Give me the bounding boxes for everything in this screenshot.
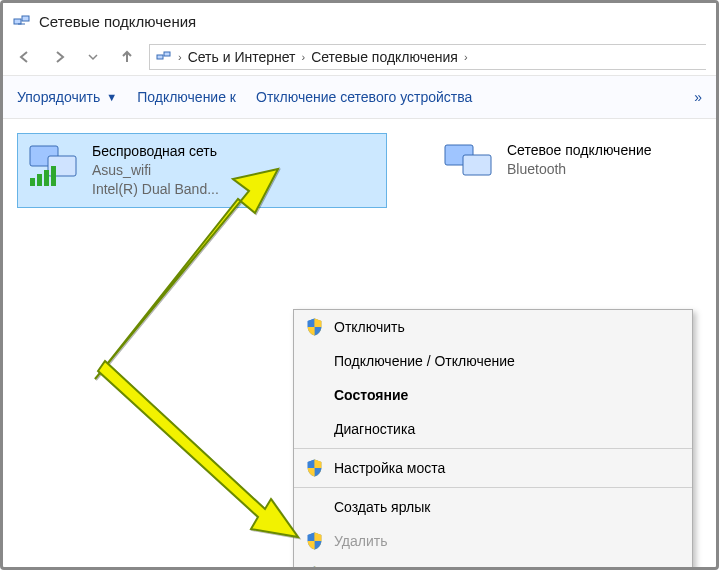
nav-recent-chevron-icon[interactable] xyxy=(81,45,105,69)
address-bar[interactable]: › Сеть и Интернет › Сетевые подключения … xyxy=(149,44,706,70)
chevron-right-icon: › xyxy=(178,51,182,63)
shield-icon xyxy=(302,531,326,551)
nav-back-button[interactable] xyxy=(13,45,37,69)
command-bar: Упорядочить▼ Подключение к Отключение се… xyxy=(3,75,716,119)
menu-item-label: Подключение / Отключение xyxy=(334,353,515,369)
content-area: Беспроводная сеть Asus_wifi Intel(R) Dua… xyxy=(3,119,716,567)
svg-rect-10 xyxy=(51,166,56,186)
overflow-button[interactable]: » xyxy=(694,89,702,105)
svg-rect-7 xyxy=(30,178,35,186)
menu-item-label: Удалить xyxy=(334,533,387,549)
svg-rect-3 xyxy=(157,55,163,59)
adapter-device: Intel(R) Dual Band... xyxy=(92,180,219,199)
menu-item-label: Состояние xyxy=(334,387,408,403)
menu-item[interactable]: Настройка моста xyxy=(294,451,692,485)
menu-item[interactable]: Отключить xyxy=(294,310,692,344)
breadcrumb-leaf[interactable]: Сетевые подключения xyxy=(311,49,458,65)
chevron-down-icon: ▼ xyxy=(106,91,117,103)
chevron-right-icon: › xyxy=(302,51,306,63)
shield-icon xyxy=(302,317,326,337)
menu-separator xyxy=(294,487,692,488)
adapter-bluetooth[interactable]: Сетевое подключение Bluetooth xyxy=(433,133,713,200)
menu-item[interactable]: Состояние xyxy=(294,378,692,412)
menu-item: Удалить xyxy=(294,524,692,558)
organize-menu[interactable]: Упорядочить▼ xyxy=(17,89,117,105)
nav-forward-button[interactable] xyxy=(47,45,71,69)
network-pc-icon xyxy=(26,142,82,199)
adapter-name: Беспроводная сеть xyxy=(92,142,219,161)
adapter-sub: Bluetooth xyxy=(507,160,652,179)
breadcrumb-root[interactable]: Сеть и Интернет xyxy=(188,49,296,65)
adapter-wireless[interactable]: Беспроводная сеть Asus_wifi Intel(R) Dua… xyxy=(17,133,387,208)
network-folder-icon xyxy=(13,11,31,32)
menu-item[interactable]: Создать ярлык xyxy=(294,490,692,524)
svg-rect-1 xyxy=(22,16,29,21)
menu-item-label: Диагностика xyxy=(334,421,415,437)
window-title: Сетевые подключения xyxy=(39,13,196,30)
menu-item-label: Настройка моста xyxy=(334,460,445,476)
network-connections-window: Сетевые подключения › Сеть и Интернет › … xyxy=(0,0,719,570)
network-folder-icon xyxy=(156,48,172,67)
titlebar: Сетевые подключения xyxy=(3,3,716,39)
adapter-ssid: Asus_wifi xyxy=(92,161,219,180)
nav-row: › Сеть и Интернет › Сетевые подключения … xyxy=(3,39,716,75)
shield-icon xyxy=(302,565,326,570)
svg-rect-0 xyxy=(14,19,21,24)
connect-to-button[interactable]: Подключение к xyxy=(137,89,236,105)
menu-item[interactable]: Переименовать xyxy=(294,558,692,570)
svg-rect-9 xyxy=(44,170,49,186)
menu-separator xyxy=(294,448,692,449)
menu-item-label: Отключить xyxy=(334,319,405,335)
menu-item[interactable]: Подключение / Отключение xyxy=(294,344,692,378)
menu-item[interactable]: Диагностика xyxy=(294,412,692,446)
svg-rect-4 xyxy=(164,52,170,56)
network-pc-icon xyxy=(441,141,497,192)
svg-rect-12 xyxy=(463,155,491,175)
disable-device-button[interactable]: Отключение сетевого устройства xyxy=(256,89,472,105)
menu-item-label: Создать ярлык xyxy=(334,499,430,515)
shield-icon xyxy=(302,458,326,478)
nav-up-button[interactable] xyxy=(115,45,139,69)
context-menu: ОтключитьПодключение / ОтключениеСостоян… xyxy=(293,309,693,570)
svg-rect-8 xyxy=(37,174,42,186)
adapter-name: Сетевое подключение xyxy=(507,141,652,160)
chevron-right-icon: › xyxy=(464,51,468,63)
